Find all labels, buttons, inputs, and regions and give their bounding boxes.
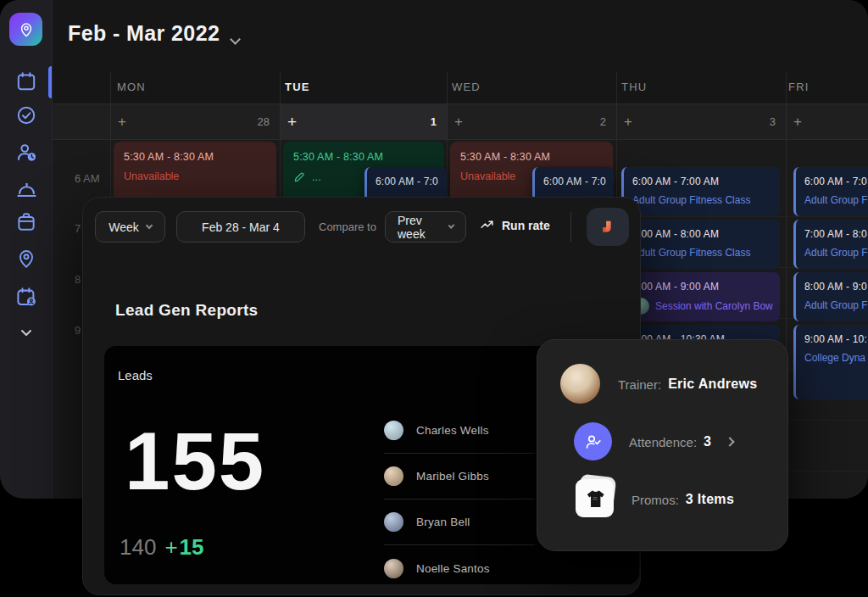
event-time: 5:30 AM - 8:30 AM — [460, 151, 603, 163]
event-time: 6:00 AM - 7:0 — [376, 176, 438, 187]
avatar — [384, 466, 403, 486]
leads-value: 155 — [125, 421, 265, 502]
list-item[interactable]: Noelle Santos — [384, 545, 535, 584]
page: Feb - Mar 2022 MON TUE WED THU FRI + 28 … — [0, 0, 868, 597]
avatar — [384, 421, 403, 440]
person-name: Noelle Santos — [416, 562, 490, 575]
person-name: Charles Wells — [416, 424, 489, 437]
event-time: 8:00 AM - 9:0 — [804, 281, 868, 293]
time-label: 9 — [75, 324, 81, 337]
chevron-down-icon — [448, 222, 454, 229]
compare-to-label: Compare to — [319, 220, 376, 233]
leads-label: Leads — [118, 368, 153, 382]
day-number: 28 — [258, 115, 270, 128]
event-title: Adult Group F — [804, 194, 868, 206]
run-rate-button[interactable]: Run rate — [480, 218, 550, 232]
event-time: 6:00 AM - 7:0 — [543, 176, 605, 187]
day-header-thu: THU — [621, 81, 647, 93]
promos-value: 3 Items — [686, 492, 734, 507]
sidebar-item-tasks[interactable] — [14, 103, 38, 127]
day-cell-thu: + 3 — [616, 103, 786, 140]
sidebar-item-more[interactable] — [14, 321, 38, 344]
day-cell-fri: + — [786, 103, 868, 140]
map-pin-icon — [18, 21, 35, 38]
event-title: Adult Group Fitness Class — [632, 194, 771, 206]
leads-previous: 140 — [120, 534, 156, 560]
event-time: 7:00 AM - 8:0 — [804, 228, 868, 240]
event-time: 9:00 AM - 10: — [804, 333, 868, 345]
event-note: ... — [312, 170, 321, 183]
toolbar-divider — [570, 212, 571, 242]
period-dropdown[interactable]: Week — [95, 211, 165, 243]
event-class-thu-2[interactable]: 7:00 AM - 8:00 AM Adult Group Fitness Cl… — [621, 220, 780, 269]
calendar-person-icon — [15, 286, 38, 309]
sidebar-item-services[interactable] — [14, 176, 38, 200]
sidebar — [0, 0, 53, 499]
event-class-fri-1[interactable]: 6:00 AM - 7:0 Adult Group F — [793, 167, 868, 216]
calendar-icon — [15, 70, 37, 92]
person-check-icon — [583, 432, 604, 452]
tshirt-icon — [581, 484, 609, 513]
chevron-down-icon — [146, 222, 153, 229]
event-title: Unavailable — [124, 170, 266, 182]
person-name: Bryan Bell — [416, 516, 470, 528]
attendance-value: 3 — [704, 434, 711, 449]
add-event-button[interactable]: + — [793, 114, 802, 131]
event-title: Adult Group F — [804, 247, 868, 259]
pencil-icon — [293, 171, 305, 183]
trainer-label: Trainer: — [618, 377, 661, 392]
day-header-tue: TUE — [285, 81, 310, 93]
day-header-mon: MON — [117, 81, 146, 93]
add-event-button[interactable]: + — [118, 114, 126, 131]
add-event-button[interactable]: + — [287, 113, 297, 131]
app-logo — [9, 13, 42, 46]
event-class-fri-4[interactable]: 9:00 AM - 10: College Dyna — [793, 325, 868, 399]
period-value: Week — [108, 220, 139, 234]
event-time: 7:00 AM - 8:00 AM — [632, 228, 771, 240]
integration-button[interactable] — [587, 208, 629, 246]
leads-people-list: Charles Wells Maribel Gibbs Bryan Bell N… — [384, 408, 535, 584]
event-time: 6:00 AM - 7:00 AM — [632, 176, 771, 187]
sidebar-item-appointments[interactable] — [14, 285, 38, 309]
day-header-wed: WED — [452, 81, 481, 93]
add-event-button[interactable]: + — [624, 114, 632, 131]
event-time: 8:00 AM - 9:00 AM — [632, 281, 771, 293]
date-range-button[interactable]: Feb 28 - Mar 4 — [176, 211, 305, 243]
compare-dropdown[interactable]: Prev week — [385, 211, 466, 243]
event-session-thu[interactable]: 8:00 AM - 9:00 AM Session with Carolyn B… — [621, 272, 780, 321]
person-name: Maribel Gibbs — [416, 470, 489, 483]
page-title: Feb - Mar 2022 — [68, 21, 220, 46]
avatar — [384, 512, 403, 532]
check-circle-icon — [15, 104, 37, 126]
sidebar-item-locations[interactable] — [14, 247, 38, 271]
person-clock-icon — [15, 141, 38, 164]
list-item[interactable]: Charles Wells — [384, 408, 535, 454]
event-class-fri-2[interactable]: 7:00 AM - 8:0 Adult Group F — [793, 220, 868, 269]
chevron-down-icon — [16, 322, 36, 343]
day-number: 3 — [770, 115, 776, 128]
panel-title: Lead Gen Reports — [115, 301, 258, 320]
add-event-button[interactable]: + — [454, 114, 463, 131]
leads-delta-sign: + — [164, 534, 177, 560]
event-class-fri-3[interactable]: 8:00 AM - 9:0 Adult Group F — [793, 272, 868, 321]
avatar — [384, 559, 403, 578]
day-cell-tue: + 1 — [280, 103, 447, 140]
sidebar-item-calendar[interactable] — [14, 70, 38, 93]
promo-thumbnail — [576, 479, 614, 517]
trainer-avatar — [560, 364, 600, 404]
list-item[interactable]: Bryan Bell — [384, 499, 535, 545]
time-label: 6 AM — [75, 172, 100, 185]
chevron-down-icon[interactable] — [231, 31, 242, 42]
day-header-fri: FRI — [788, 81, 810, 93]
location-pin-icon — [15, 248, 37, 270]
chevron-right-icon[interactable] — [726, 437, 735, 446]
trainer-name: Eric Andrews — [668, 377, 757, 392]
list-item[interactable]: Maribel Gibbs — [384, 454, 535, 499]
trainer-row: Trainer: Eric Andrews — [618, 377, 757, 392]
leads-comparison: 140+15 — [120, 534, 204, 561]
service-bell-icon — [15, 177, 38, 200]
sidebar-item-client-hours[interactable] — [14, 140, 38, 164]
sidebar-item-packages[interactable] — [14, 210, 38, 234]
active-nav-indicator — [48, 66, 52, 98]
event-class-thu-1[interactable]: 6:00 AM - 7:00 AM Adult Group Fitness Cl… — [621, 167, 780, 216]
